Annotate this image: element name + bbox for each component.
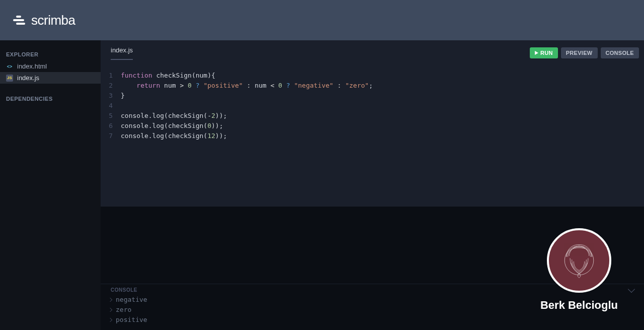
- console-label: CONSOLE: [606, 50, 634, 56]
- line-number: 2: [101, 81, 121, 91]
- tab-bar: index.js RUN PREVIEW CONSOLE: [101, 40, 644, 60]
- code-line: 1 function checkSign(num){: [101, 71, 644, 81]
- brand-name: scrimba: [31, 13, 75, 28]
- file-name: index.html: [17, 62, 47, 70]
- console-text: positive: [116, 315, 147, 325]
- sidebar: EXPLORER <> index.html JS index.js DEPEN…: [0, 40, 101, 330]
- play-icon: [535, 51, 538, 55]
- js-file-icon: JS: [6, 75, 13, 82]
- dependencies-heading: DEPENDENCIES: [0, 93, 101, 105]
- presenter-avatar: [547, 228, 611, 293]
- presenter-overlay: Berk Belcioglu: [540, 228, 618, 312]
- presenter-name: Berk Belcioglu: [540, 299, 618, 312]
- brand-logo[interactable]: scrimba: [16, 13, 75, 28]
- tab-index-js[interactable]: index.js: [111, 46, 133, 60]
- code-line: 3 }: [101, 91, 644, 101]
- line-number: 5: [101, 111, 121, 121]
- console-text: zero: [116, 305, 131, 315]
- console-arrow-icon: [108, 298, 112, 302]
- preview-label: PREVIEW: [566, 50, 593, 56]
- action-buttons: RUN PREVIEW CONSOLE: [530, 47, 639, 58]
- code-line: 4: [101, 101, 644, 111]
- explorer-heading: EXPLORER: [0, 48, 101, 60]
- app-header: scrimba: [0, 0, 644, 40]
- run-label: RUN: [540, 50, 553, 56]
- file-name: index.js: [17, 74, 39, 82]
- line-number: 3: [101, 91, 121, 101]
- code-editor[interactable]: 1 function checkSign(num){ 2 return num …: [101, 60, 644, 207]
- preview-button[interactable]: PREVIEW: [561, 47, 598, 58]
- console-tab-button[interactable]: CONSOLE: [601, 47, 639, 58]
- code-line: 6 console.log(checkSign(0));: [101, 121, 644, 131]
- console-line: positive: [108, 315, 634, 325]
- scrimba-logo-icon: [16, 16, 25, 25]
- console-title: CONSOLE: [111, 287, 137, 293]
- chevron-down-icon[interactable]: [628, 285, 635, 292]
- line-number: 1: [101, 71, 121, 81]
- console-arrow-icon: [108, 318, 112, 322]
- file-item-index-js[interactable]: JS index.js: [0, 72, 101, 84]
- html-file-icon: <>: [6, 63, 13, 70]
- code-line: 5 console.log(checkSign(-2));: [101, 111, 644, 121]
- line-number: 7: [101, 131, 121, 141]
- line-number: 4: [101, 101, 121, 111]
- console-text: negative: [116, 295, 147, 305]
- console-arrow-icon: [108, 308, 112, 312]
- code-line: 2 return num > 0 ? "positive" : num < 0 …: [101, 81, 644, 91]
- file-item-index-html[interactable]: <> index.html: [0, 60, 101, 72]
- avatar-illustration-icon: [556, 238, 602, 283]
- run-button[interactable]: RUN: [530, 47, 558, 58]
- code-line: 7 console.log(checkSign(12));: [101, 131, 644, 141]
- line-number: 6: [101, 121, 121, 131]
